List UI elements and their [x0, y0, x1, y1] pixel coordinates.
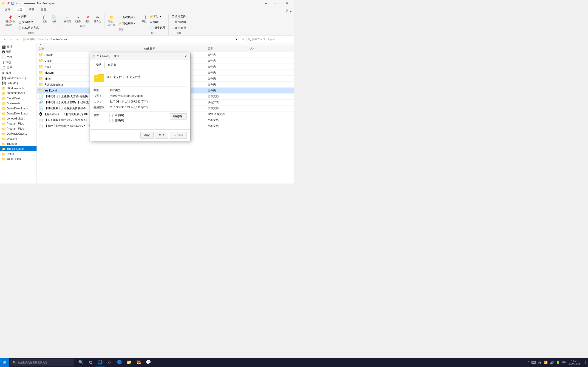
easy-access-button[interactable]: ⚡ 轻松访问▾ — [117, 21, 136, 26]
properties-button[interactable]: 📋 属性 — [140, 14, 149, 24]
col-type[interactable]: 类型 — [208, 47, 250, 51]
copy-path-button[interactable]: 📋 复制路径 — [17, 19, 40, 25]
lenovosoftstore-icon: 📁 — [2, 117, 6, 120]
move-to-icon: → — [65, 15, 70, 20]
copy-button[interactable]: 📋 复制 — [40, 14, 49, 24]
paste-button[interactable]: 📄 粘贴 — [50, 14, 58, 24]
ribbon-expand-icon[interactable]: ▲ — [289, 9, 292, 13]
file-icon: 📁 — [39, 58, 43, 63]
sidebar-item-gamedownload2[interactable]: 📁 GameDownloads — [0, 111, 36, 116]
file-type: 文本文档 — [208, 94, 250, 98]
dialog-tab-general[interactable]: 常规 — [92, 62, 104, 68]
refresh-button[interactable]: ↻ — [240, 37, 245, 42]
cut-icon: ✂ — [18, 15, 20, 18]
sidebar-item-documents[interactable]: 📄 文档 — [0, 55, 36, 60]
file-icon: 📄 — [39, 106, 43, 110]
search-input[interactable] — [252, 38, 291, 41]
ok-button[interactable]: 确定 — [140, 132, 154, 139]
dialog-close-button[interactable]: ✕ — [183, 54, 188, 59]
forward-button[interactable]: → — [8, 37, 14, 42]
history-button[interactable]: 🕐 历史记录 — [149, 25, 166, 31]
sidebar-item-qqmusiccache[interactable]: 📁 QQMusicCach... — [0, 131, 36, 136]
quick-access-dropdown[interactable]: ▾ — [19, 2, 21, 5]
videos-icon: 🎬 — [2, 45, 6, 49]
new-item-icon: 📄 — [118, 16, 122, 19]
quick-access-undo[interactable]: ↩ — [16, 2, 18, 5]
sidebar-item-pictures[interactable]: 🖼 图片 — [0, 49, 36, 55]
sidebar-item-lenovosoftstore[interactable]: 📁 LenovoSoftst... — [0, 116, 36, 121]
tab-share[interactable]: 共享 — [26, 6, 37, 13]
file-icon: 📁 — [39, 65, 43, 69]
sidebar-item-youku[interactable]: 📁 Youku Files — [0, 156, 36, 161]
properties-icon: 📋 — [141, 15, 147, 20]
quick-access-save[interactable]: 💾 — [11, 2, 15, 5]
cancel-button[interactable]: 取消 — [155, 132, 168, 139]
sidebar-item-programfiles2[interactable]: 📁 Program Files — [0, 126, 36, 131]
dialog-divider-2 — [94, 111, 187, 111]
sidebar-item-users[interactable]: 📁 Users — [0, 151, 36, 156]
ribbon-tabs: 文件 主页 共享 查看 ❓ ▲ — [0, 7, 294, 13]
address-bar[interactable]: 📁 此电脑 › Data (D:) › TranSexJapan ▾ — [21, 37, 239, 42]
dialog-tab-custom[interactable]: 自定义 — [104, 62, 120, 68]
close-button[interactable]: ✕ — [282, 0, 292, 7]
breadcrumb-part1[interactable]: 此电脑 — [27, 38, 35, 41]
sidebar-item-programfiles1[interactable]: 📁 Program Files — [0, 121, 36, 126]
sidebar-item-360downloads[interactable]: 📁 360downloads — [0, 86, 36, 91]
tab-home[interactable]: 主页 — [14, 7, 25, 13]
search-box[interactable]: 🔍 — [246, 37, 292, 42]
hidden-checkbox[interactable] — [110, 119, 113, 122]
cut-button[interactable]: ✂ 剪切 — [17, 14, 40, 19]
new-folder-button[interactable]: 📁 新建文件夹 — [107, 14, 117, 27]
edit-icon: ✏ — [150, 21, 153, 24]
col-size[interactable]: 大小 — [250, 47, 292, 51]
svg-rect-3 — [96, 77, 97, 78]
sidebar-item-qycache[interactable]: 📁 qycache — [0, 136, 36, 141]
sidebar-item-08693[interactable]: 📁 086933038071 — [0, 91, 36, 96]
paste-shortcut-button[interactable]: 📄 粘贴快捷方式 — [17, 25, 40, 31]
sidebar-item-music[interactable]: 🎵 音乐 — [0, 65, 36, 70]
breadcrumb-part3[interactable]: TranSexJapan — [51, 38, 67, 41]
quick-access-pin[interactable]: 📌 — [7, 2, 10, 5]
copy-to-icon: → — [75, 15, 81, 20]
open-button[interactable]: 📂 打开▾ — [149, 14, 166, 19]
new-item-button[interactable]: 📄 新建项目▾ — [117, 15, 136, 20]
tab-file[interactable]: 文件 — [2, 6, 13, 13]
sidebar-label-transexjapan: TranSexJapan — [7, 147, 25, 150]
breadcrumb-part2[interactable]: Data (D:) — [37, 38, 48, 41]
copy-to-button[interactable]: → 复制到 — [73, 14, 83, 24]
sidebar-item-desktop[interactable]: 🖥 桌面 — [0, 70, 36, 76]
col-date[interactable]: 修改日期 — [144, 47, 208, 51]
address-dropdown[interactable]: ▾ — [236, 38, 237, 41]
sidebar-item-downloads-folder[interactable]: 📁 Downloads — [0, 101, 36, 106]
tab-view[interactable]: 查看 — [38, 6, 49, 13]
invert-button[interactable]: ↔ 反向选择 — [170, 25, 187, 31]
sidebar-item-windows-ssd[interactable]: 💾 Windows-SSD ( — [0, 76, 36, 81]
history-label: 历史记录 — [154, 26, 165, 30]
sidebar-item-thunder[interactable]: 📁 Thunder — [0, 141, 36, 146]
pin-button[interactable]: 📌 固定到快速访问 — [4, 14, 17, 27]
rename-button[interactable]: ✏ 重命名 — [93, 14, 103, 24]
sidebar-item-transexjapan[interactable]: 📁 TranSexJapan — [0, 146, 36, 151]
apply-button[interactable]: 应用(A) — [170, 132, 187, 139]
select-group-label: 选择 — [177, 31, 181, 35]
minimize-button[interactable]: ─ — [260, 0, 271, 7]
move-to-button[interactable]: → 移动到 — [62, 14, 72, 24]
select-all-button[interactable]: ☑ 全部选择 — [170, 14, 187, 19]
easy-access-icon: ⚡ — [118, 22, 122, 25]
sidebar-item-downloads[interactable]: ⬇ 下载 — [0, 60, 36, 65]
up-button[interactable]: ↑ — [15, 37, 20, 42]
dialog-value-type: 多种类型 — [110, 88, 187, 92]
advanced-button[interactable]: 高级(D)... — [170, 113, 187, 119]
sidebar-item-data-d[interactable]: 💾 Data (D:) — [0, 81, 36, 86]
edit-button[interactable]: ✏ 编辑 — [149, 19, 166, 25]
sidebar-item-gamedownload1[interactable]: 📁 GameDownloads — [0, 106, 36, 111]
help-icon[interactable]: ❓ — [285, 9, 288, 13]
back-button[interactable]: ← — [2, 37, 7, 42]
readonly-checkbox[interactable] — [110, 114, 113, 117]
sidebar-item-cloudmusic[interactable]: 📁 CloudMusic — [0, 96, 36, 101]
restore-button[interactable]: □ — [271, 0, 282, 7]
col-name[interactable]: 名称 — [39, 47, 144, 51]
select-none-button[interactable]: ☐ 全部取消 — [170, 19, 187, 25]
delete-button[interactable]: ✕ 删除 — [83, 14, 92, 24]
sidebar-item-videos[interactable]: 🎬 视频 — [0, 44, 36, 49]
